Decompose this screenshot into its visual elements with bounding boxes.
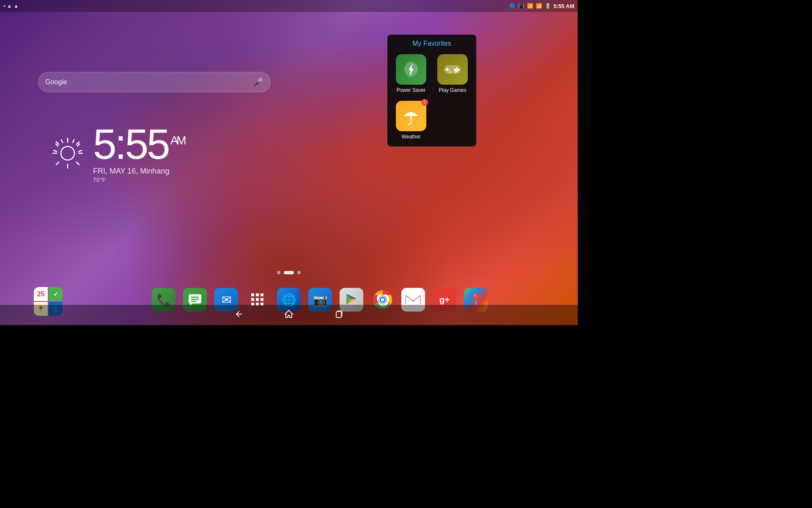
clock-date: FRI, MAY 16, Minhang	[93, 167, 185, 176]
weather-icon: !	[396, 101, 426, 131]
home-button[interactable]	[280, 306, 297, 325]
clock-temp: 70°F	[93, 177, 185, 183]
svg-rect-40	[336, 312, 341, 318]
svg-line-9	[73, 140, 74, 143]
svg-line-14	[54, 150, 57, 152]
svg-line-6	[77, 142, 79, 144]
fav-app-power-saver[interactable]: Power Saver	[392, 52, 430, 95]
page-dot-3[interactable]	[297, 271, 301, 274]
favorites-title: My Favorites	[392, 40, 471, 47]
svg-line-11	[79, 150, 82, 152]
mic-icon[interactable]: 🎤	[253, 77, 263, 87]
svg-point-15	[61, 146, 74, 160]
nav-bar	[0, 305, 578, 325]
svg-line-10	[77, 144, 80, 146]
play-games-label: Play Games	[439, 87, 466, 93]
svg-point-19	[456, 68, 458, 70]
svg-point-22	[454, 69, 456, 71]
svg-point-23	[449, 71, 451, 73]
wifi-icon: 📶	[527, 3, 533, 9]
page-indicator	[277, 271, 301, 274]
power-saver-icon	[396, 54, 426, 85]
svg-rect-18	[445, 69, 449, 70]
notification-icon-2: ▲	[7, 3, 12, 9]
notification-icon-3: ▲	[14, 3, 19, 9]
back-button[interactable]	[230, 306, 247, 325]
recents-button[interactable]	[331, 306, 348, 325]
signal-icon: 📶	[536, 3, 542, 9]
fav-app-weather[interactable]: ! Weather	[392, 99, 430, 141]
svg-point-35	[381, 298, 384, 301]
weather-badge: !	[421, 99, 428, 106]
clock-widget: 5:55AM FRI, MAY 16, Minhang 70°F	[51, 123, 185, 183]
google-logo: Google	[45, 78, 253, 86]
vibrate-icon: 📳	[518, 3, 524, 9]
status-bar: ▪ ▲ ▲ 🔵 📳 📶 📶 🔋 5:55 AM	[0, 0, 578, 12]
status-bar-right: 🔵 📳 📶 📶 🔋 5:55 AM	[509, 3, 574, 9]
fav-app-play-games[interactable]: Play Games	[434, 52, 471, 95]
play-games-icon	[437, 54, 468, 85]
weather-label: Weather	[401, 134, 420, 140]
svg-point-24	[454, 71, 456, 73]
svg-line-7	[56, 162, 59, 165]
status-bar-left: ▪ ▲ ▲	[3, 3, 19, 9]
favorites-popup: My Favorites Power Saver	[387, 35, 476, 146]
svg-point-20	[458, 69, 460, 71]
apps-grid-icon	[251, 293, 264, 306]
search-bar[interactable]: Google 🎤	[38, 72, 271, 92]
svg-line-13	[56, 144, 58, 146]
page-dot-1[interactable]	[277, 271, 280, 274]
clock-info: 5:55AM FRI, MAY 16, Minhang 70°F	[93, 123, 185, 183]
power-saver-label: Power Saver	[397, 87, 426, 93]
svg-line-12	[61, 140, 63, 143]
status-time: 5:55 AM	[554, 3, 574, 9]
notification-icon-1: ▪	[3, 3, 5, 9]
battery-icon: 🔋	[545, 3, 551, 9]
svg-line-5	[77, 162, 79, 165]
page-dot-2[interactable]	[284, 271, 294, 274]
bluetooth-icon: 🔵	[509, 3, 516, 9]
clock-time: 5:55AM	[93, 123, 185, 165]
sun-icon	[51, 136, 85, 170]
clock-ampm: AM	[170, 134, 185, 147]
favorites-grid: Power Saver	[392, 52, 471, 141]
svg-line-4	[56, 142, 59, 144]
